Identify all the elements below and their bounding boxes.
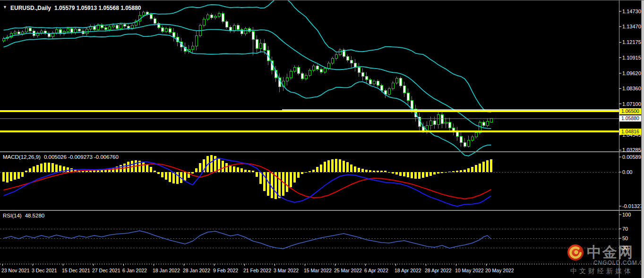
trading-terminal-chart-window: ▼ EURUSD.,Daily1.05579 1.05913 1.05568 1… bbox=[0, 0, 644, 278]
macd-histogram-bar bbox=[210, 155, 213, 172]
macd-histogram-bar bbox=[346, 162, 349, 172]
candle bbox=[335, 54, 337, 59]
macd-histogram-bar bbox=[282, 172, 284, 196]
macd-main-line bbox=[4, 158, 491, 206]
macd-histogram-bar bbox=[222, 161, 224, 172]
macd-histogram-bar bbox=[380, 171, 383, 172]
candle bbox=[169, 28, 171, 32]
candle bbox=[441, 115, 443, 124]
date-tick-label: 20 May 2022 bbox=[485, 268, 514, 273]
macd-histogram-bar bbox=[48, 163, 50, 172]
date-axis[interactable]: 23 Nov 20213 Dec 202115 Dec 202127 Dec 2… bbox=[0, 264, 644, 278]
candle bbox=[78, 29, 80, 31]
candle bbox=[312, 66, 315, 70]
watermark-tagline-text: 中文财经新媒体 bbox=[570, 267, 633, 276]
macd-histogram-bar bbox=[335, 159, 337, 172]
candle bbox=[365, 77, 368, 80]
macd-histogram-bar bbox=[29, 168, 31, 172]
candle bbox=[14, 32, 16, 33]
macd-histogram-bar bbox=[479, 164, 481, 172]
date-tick-label: 25 Mar 2022 bbox=[334, 268, 362, 273]
candle bbox=[373, 81, 375, 84]
chart-canvas[interactable] bbox=[0, 0, 644, 278]
bb-upper bbox=[4, 0, 491, 112]
macd-histogram-bar bbox=[392, 172, 394, 174]
candle bbox=[25, 28, 27, 32]
date-tick-label: 18 Apr 2022 bbox=[395, 268, 421, 273]
rsi-value: 48.5280 bbox=[25, 213, 45, 218]
price-tick-label: 1.12175 bbox=[622, 39, 641, 45]
candle bbox=[256, 40, 258, 49]
candle bbox=[112, 25, 114, 26]
date-tick-label: 9 Feb 2022 bbox=[213, 268, 238, 273]
candle bbox=[350, 61, 352, 63]
candle bbox=[407, 93, 409, 100]
candle bbox=[218, 13, 220, 16]
candle bbox=[293, 67, 296, 71]
date-tick-label: 21 Feb 2022 bbox=[243, 268, 271, 273]
candle bbox=[195, 35, 197, 46]
candle bbox=[309, 70, 311, 75]
candle bbox=[399, 78, 402, 86]
panel-separator bbox=[0, 210, 644, 211]
macd-values: 0.005026 -0.009273 -0.006760 bbox=[44, 154, 119, 160]
candle bbox=[150, 14, 152, 18]
date-tick-label: 3 Dec 2021 bbox=[32, 268, 57, 273]
candle bbox=[471, 137, 473, 140]
symbol-dropdown-icon[interactable]: ▼ bbox=[3, 5, 7, 9]
candle bbox=[331, 59, 334, 63]
date-tick-label: 6 Apr 2022 bbox=[364, 268, 388, 273]
candle bbox=[108, 27, 111, 30]
macd-panel bbox=[0, 155, 619, 206]
macd-histogram-bar bbox=[297, 172, 300, 178]
candle bbox=[161, 27, 163, 31]
macd-histogram-bar bbox=[490, 159, 492, 172]
macd-histogram-bar bbox=[225, 163, 228, 172]
macd-histogram-bar bbox=[475, 165, 477, 172]
macd-histogram-bar bbox=[154, 171, 156, 172]
macd-histogram-bar bbox=[403, 172, 405, 176]
macd-histogram-bar bbox=[361, 169, 364, 172]
price-tick-label: 1.08360 bbox=[622, 86, 641, 91]
macd-histogram-bar bbox=[290, 172, 292, 187]
macd-histogram-bar bbox=[240, 168, 243, 172]
date-tick-label: 15 Dec 2021 bbox=[62, 268, 90, 273]
date-tick-label: 6 Jan 2022 bbox=[122, 268, 147, 273]
macd-histogram-bar bbox=[358, 168, 360, 172]
candles-layer bbox=[2, 11, 492, 148]
macd-histogram-bar bbox=[252, 171, 254, 172]
candle bbox=[380, 86, 383, 91]
candle bbox=[104, 28, 107, 30]
macd-histogram-bar bbox=[293, 172, 296, 182]
candle bbox=[482, 122, 485, 126]
macd-histogram-bar bbox=[320, 165, 322, 172]
macd-histogram-bar bbox=[172, 172, 175, 183]
macd-histogram-bar bbox=[414, 172, 417, 179]
macd-histogram-bar bbox=[471, 167, 473, 172]
date-tick-label: 18 Jan 2022 bbox=[153, 268, 180, 273]
macd-histogram-bar bbox=[365, 170, 368, 172]
macd-histogram-bar bbox=[184, 172, 186, 181]
price-tick-label: 1.13470 bbox=[622, 24, 641, 29]
candle bbox=[437, 115, 439, 125]
candle bbox=[486, 121, 489, 125]
date-tick-label: 27 Dec 2021 bbox=[92, 268, 120, 273]
macd-histogram-bar bbox=[146, 165, 148, 172]
macd-histogram-bar bbox=[441, 172, 443, 173]
price-tick-label: 1.07100 bbox=[622, 101, 641, 107]
candle bbox=[369, 80, 371, 84]
candle bbox=[2, 39, 5, 41]
candle bbox=[203, 19, 205, 26]
macd-indicator-label: MACD(12,26,9)0.005026 -0.009273 -0.00676… bbox=[3, 154, 119, 160]
macd-histogram-bar bbox=[14, 172, 16, 180]
macd-histogram-bar bbox=[6, 172, 9, 182]
macd-histogram-bar bbox=[17, 172, 20, 179]
macd-histogram-bar bbox=[388, 172, 390, 173]
macd-tick-label: 0.00 bbox=[622, 169, 632, 175]
vertical-scrollbar[interactable] bbox=[641, 0, 644, 278]
candle bbox=[448, 122, 451, 128]
price-tick-label: 1.03285 bbox=[622, 147, 641, 153]
macd-histogram-bar bbox=[286, 172, 288, 192]
candle bbox=[475, 133, 477, 137]
candle bbox=[172, 32, 175, 37]
